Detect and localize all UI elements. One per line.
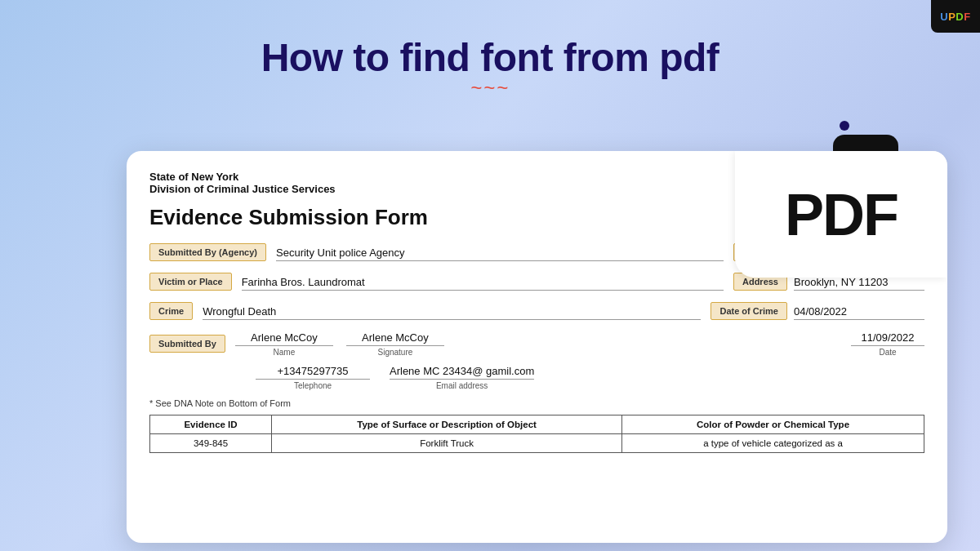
submitted-by-row: Submitted By Arlene McCoy Name Arlene Mc… (149, 331, 924, 357)
name-field: Arlene McCoy Name (235, 331, 333, 357)
name-label: Name (274, 348, 296, 357)
pdf-label-overlay: PDF (735, 151, 947, 278)
email-field: Arlene MC 23434@ gamil.com Email address (390, 365, 534, 390)
email-value: Arlene MC 23434@ gamil.com (390, 365, 534, 380)
main-title: How to find font from pdf (0, 37, 980, 80)
crime-label: Crime (149, 302, 193, 320)
contact-row: +13475297735 Telephone Arlene MC 23434@ … (149, 365, 924, 390)
crime-value: Wrongful Death (203, 305, 701, 320)
pdf-card: PDF State of New York Division of Crimin… (127, 151, 947, 543)
cell-surface: Forklift Truck (272, 434, 622, 453)
date-label: Date (879, 348, 896, 357)
agency-label: Submitted By (Agency) (149, 243, 266, 261)
col-powder-color: Color of Powder or Chemical Type (622, 415, 924, 434)
updf-f: F (964, 11, 970, 23)
agency-value: Security Unit police Agency (276, 247, 724, 261)
updf-p: P (948, 11, 956, 23)
updf-d: D (956, 11, 964, 23)
dna-note: * See DNA Note on Bottom of Form (149, 398, 924, 408)
evidence-table: Evidence ID Type of Surface or Descripti… (149, 415, 924, 453)
col-surface-type: Type of Surface or Description of Object (272, 415, 622, 434)
address-value-2: Brooklyn, NY 11203 (794, 276, 924, 291)
signature-field: Arlene McCoy Signature (346, 331, 444, 357)
date-field: 11/09/2022 Date (851, 331, 924, 357)
cell-powder: a type of vehicle categorized as a (622, 434, 924, 453)
date-of-crime-label: Date of Crime (710, 302, 787, 320)
title-area: How to find font from pdf ~~~ (0, 0, 980, 100)
victim-label: Victim or Place (149, 273, 232, 291)
table-row: 349-845 Forklift Truck a type of vehicle… (150, 434, 924, 453)
updf-u: U (940, 11, 948, 23)
signature-value: Arlene McCoy (346, 331, 444, 346)
date-of-crime-group: Date of Crime 04/08/2022 (710, 302, 924, 320)
email-label: Email address (436, 381, 488, 390)
title-underline: ~~~ (0, 77, 980, 100)
table-header-row: Evidence ID Type of Surface or Descripti… (150, 415, 924, 434)
pdf-label-text: PDF (785, 181, 898, 248)
updf-badge: UPDF (931, 0, 980, 33)
signature-label: Signature (378, 348, 413, 357)
submitted-by-fields: Arlene McCoy Name Arlene McCoy Signature… (235, 331, 924, 357)
telephone-field: +13475297735 Telephone (256, 365, 370, 390)
date-value: 11/09/2022 (851, 331, 924, 346)
date-of-crime-value: 04/08/2022 (794, 305, 924, 320)
telephone-label: Telephone (294, 381, 332, 390)
crime-row: Crime Wrongful Death Date of Crime 04/08… (149, 302, 924, 320)
name-value: Arlene McCoy (235, 331, 333, 346)
telephone-value: +13475297735 (256, 365, 370, 380)
submitted-by-label: Submitted By (149, 335, 225, 353)
victim-value: Farinha Bros. Laundromat (242, 276, 724, 291)
cell-evidence-id: 349-845 (150, 434, 272, 453)
dot-decoration (840, 121, 849, 131)
col-evidence-id: Evidence ID (150, 415, 272, 434)
